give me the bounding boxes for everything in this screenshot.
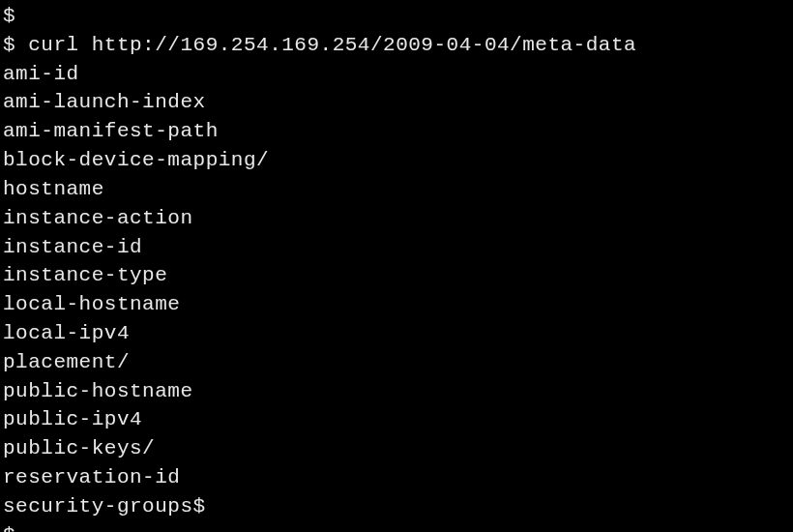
output-line: instance-action	[3, 204, 793, 233]
prompt-line-empty: $	[3, 2, 793, 31]
output-line: block-device-mapping/	[3, 146, 793, 175]
output-line: instance-type	[3, 261, 793, 290]
output-line: placement/	[3, 348, 793, 377]
output-line: ami-launch-index	[3, 88, 793, 117]
prompt-line-trailing[interactable]: $	[3, 521, 793, 532]
output-line: public-keys/	[3, 434, 793, 463]
output-line: hostname	[3, 175, 793, 204]
output-line: reservation-id	[3, 463, 793, 492]
output-line: ami-id	[3, 60, 793, 89]
output-line: ami-manifest-path	[3, 117, 793, 146]
output-line: instance-id	[3, 233, 793, 262]
output-line: local-hostname	[3, 290, 793, 319]
command-line[interactable]: $ curl http://169.254.169.254/2009-04-04…	[3, 31, 793, 60]
output-line: public-hostname	[3, 377, 793, 406]
output-line: local-ipv4	[3, 319, 793, 348]
output-line-with-prompt: security-groups$	[3, 492, 793, 521]
output-line: public-ipv4	[3, 405, 793, 434]
